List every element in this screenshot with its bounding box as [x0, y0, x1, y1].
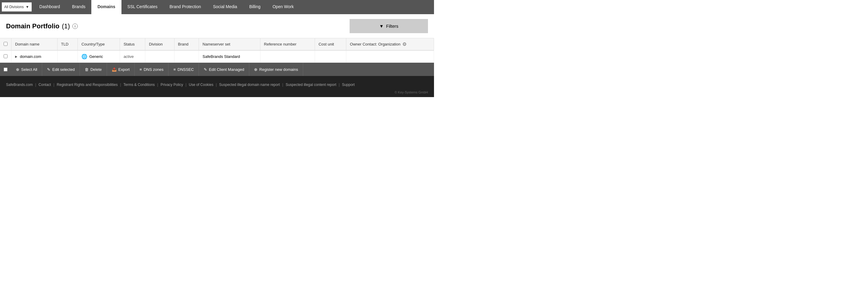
column-settings-icon[interactable]: ⚙: [402, 41, 407, 47]
delete-label: Delete: [90, 67, 102, 72]
delete-button[interactable]: 🗑 Delete: [80, 63, 107, 76]
col-reference-number: Reference number: [260, 38, 315, 50]
page-header: Domain Portfolio (1) i ▼ Filters: [0, 14, 434, 38]
dnssec-button[interactable]: ≡ DNSSEC: [168, 63, 199, 76]
cost-unit-cell: [315, 50, 346, 63]
expand-row-button[interactable]: ▶: [15, 55, 18, 58]
select-all-button[interactable]: ⊕ Select All: [11, 63, 42, 76]
edit-client-label: Edit Client Managed: [209, 67, 244, 72]
edit-selected-button[interactable]: ✎ Edit selected: [42, 63, 80, 76]
country-type-cell: 🌐 Generic: [78, 50, 120, 63]
reference-number-cell: [260, 50, 315, 63]
col-owner-contact: Owner Contact: Organization ⚙: [346, 38, 434, 50]
footer: SafeBrands.com | Contact | Registrant Ri…: [0, 76, 434, 97]
footer-links: SafeBrands.com | Contact | Registrant Ri…: [6, 82, 428, 88]
dnssec-label: DNSSEC: [178, 67, 194, 72]
domain-count: (1): [62, 22, 70, 30]
footer-link-support[interactable]: Support: [342, 82, 355, 88]
select-all-checkbox[interactable]: [4, 42, 7, 46]
register-icon: ⊕: [254, 67, 257, 72]
footer-link-privacy[interactable]: Privacy Policy: [161, 82, 183, 88]
select-all-label: Select All: [21, 67, 37, 72]
export-button[interactable]: 📤 Export: [107, 63, 135, 76]
nav-item-ssl[interactable]: SSL Certificates: [121, 0, 164, 14]
table-header-row: Domain name TLD Country/Type Status Divi…: [0, 38, 434, 50]
domain-name-cell: ▶ domain.com: [11, 50, 58, 63]
nav-item-open-work[interactable]: Open Work: [267, 0, 300, 14]
export-label: Export: [119, 67, 130, 72]
nav-item-domains[interactable]: Domains: [91, 0, 121, 14]
edit-client-managed-button[interactable]: ✎ Edit Client Managed: [199, 63, 249, 76]
register-new-domains-button[interactable]: ⊕ Register new domains: [249, 63, 303, 76]
col-division: Division: [145, 38, 174, 50]
col-brand: Brand: [174, 38, 198, 50]
nameserver-set-value: SafeBrands Standard: [203, 54, 240, 59]
brand-cell: [174, 50, 198, 63]
action-bar: ⊕ Select All ✎ Edit selected 🗑 Delete 📤 …: [0, 63, 434, 76]
globe-icon: 🌐: [82, 54, 87, 59]
division-cell: [145, 50, 174, 63]
action-select-all-checkbox[interactable]: [4, 67, 7, 71]
division-label: All Divisions: [4, 5, 24, 9]
dns-zones-label: DNS zones: [144, 67, 164, 72]
footer-link-safebrands[interactable]: SafeBrands.com: [6, 82, 33, 88]
edit-selected-label: Edit selected: [52, 67, 74, 72]
nav-item-social-media[interactable]: Social Media: [207, 0, 243, 14]
row-checkbox[interactable]: [4, 54, 7, 58]
plus-icon: ⊕: [16, 67, 19, 72]
filters-label: Filters: [386, 24, 398, 29]
col-checkbox: [0, 38, 11, 50]
col-tld: TLD: [57, 38, 78, 50]
info-icon[interactable]: i: [72, 24, 78, 29]
status-value: active: [124, 54, 134, 59]
footer-link-illegal-domain[interactable]: Suspected illegal domain name report: [219, 82, 280, 88]
footer-link-registrant-rights[interactable]: Registrant Rights and Responsibilities: [57, 82, 118, 88]
trash-icon: 🗑: [85, 67, 89, 72]
nav-item-brand-protection[interactable]: Brand Protection: [163, 0, 207, 14]
page-title: Domain Portfolio (1) i: [6, 22, 78, 30]
col-cost-unit: Cost unit: [315, 38, 346, 50]
table-row: ▶ domain.com 🌐 Generic active: [0, 50, 434, 63]
nav-item-billing[interactable]: Billing: [243, 0, 267, 14]
dropdown-arrow-icon: ▼: [26, 5, 29, 9]
nav-item-dashboard[interactable]: Dashboard: [33, 0, 66, 14]
division-selector[interactable]: All Divisions ▼: [2, 2, 32, 11]
col-domain-name: Domain name: [11, 38, 58, 50]
export-icon: 📤: [112, 67, 117, 72]
col-status: Status: [120, 38, 145, 50]
top-navigation: All Divisions ▼ Dashboard Brands Domains…: [0, 0, 434, 14]
owner-contact-cell: [346, 50, 434, 63]
col-nameserver-set: Nameserver set: [199, 38, 260, 50]
edit-client-icon: ✎: [204, 67, 207, 72]
nav-item-brands[interactable]: Brands: [66, 0, 91, 14]
col-country-type: Country/Type: [78, 38, 120, 50]
dns-zones-button[interactable]: ≡ DNS zones: [135, 63, 168, 76]
footer-copyright: © Key-Systems GmbH: [6, 90, 428, 94]
footer-link-terms[interactable]: Terms & Conditions: [124, 82, 155, 88]
domain-table: Domain name TLD Country/Type Status Divi…: [0, 38, 434, 63]
domain-name-value: domain.com: [20, 54, 41, 59]
domain-table-container: Domain name TLD Country/Type Status Divi…: [0, 38, 434, 76]
footer-link-illegal-content[interactable]: Suspected illegal content report: [286, 82, 336, 88]
country-type-value: Generic: [89, 54, 103, 59]
tld-cell: [57, 50, 78, 63]
dns-zones-icon: ≡: [140, 67, 142, 72]
status-cell: active: [120, 50, 145, 63]
footer-link-contact[interactable]: Contact: [38, 82, 51, 88]
register-label: Register new domains: [259, 67, 298, 72]
filters-button[interactable]: ▼ Filters: [350, 19, 428, 33]
nameserver-set-cell: SafeBrands Standard: [199, 50, 260, 63]
action-bar-checkbox: [0, 63, 11, 76]
pencil-icon: ✎: [47, 67, 50, 72]
row-checkbox-cell: [0, 50, 11, 63]
funnel-icon: ▼: [379, 24, 384, 29]
dnssec-icon: ≡: [173, 67, 176, 72]
page-title-text: Domain Portfolio: [6, 22, 59, 30]
footer-link-cookies[interactable]: Use of Cookies: [189, 82, 213, 88]
